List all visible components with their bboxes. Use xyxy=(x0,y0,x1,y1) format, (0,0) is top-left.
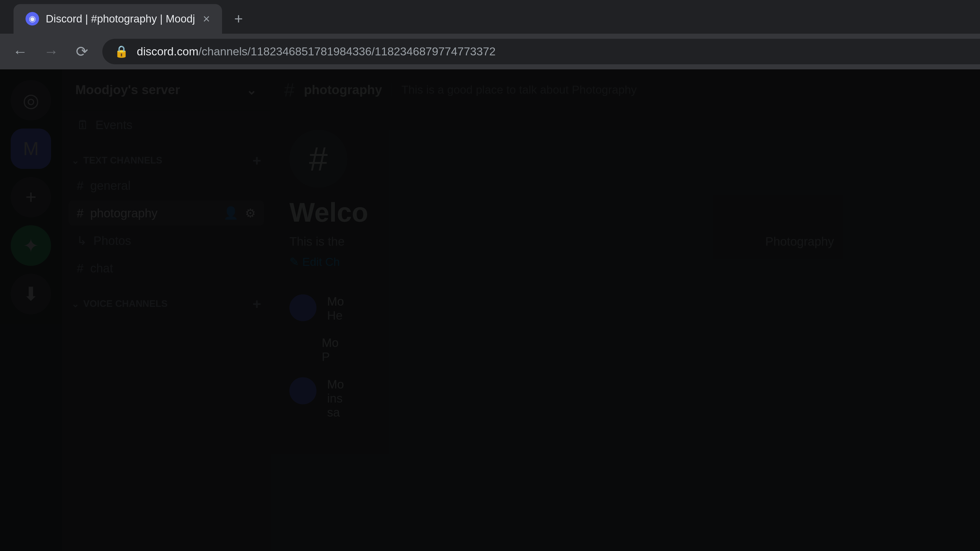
browser-tab[interactable]: ◉ Discord | #photography | Moodj × xyxy=(14,4,222,34)
url-host: discord.com xyxy=(137,45,199,58)
browser-chrome: ◉ Discord | #photography | Moodj × + ⌄ —… xyxy=(0,0,980,69)
discord-favicon-icon: ◉ xyxy=(25,12,39,25)
forward-icon[interactable]: → xyxy=(40,43,62,60)
tab-bar: ◉ Discord | #photography | Moodj × + ⌄ —… xyxy=(0,0,980,34)
modal-overlay[interactable]: Location Event Info Review What's your e… xyxy=(0,69,980,551)
reload-icon[interactable]: ⟳ xyxy=(72,43,93,60)
tab-close-icon[interactable]: × xyxy=(203,12,210,26)
url-path: /channels/1182346851781984336/1182346879… xyxy=(199,45,496,58)
lock-icon: 🔒 xyxy=(115,44,129,58)
back-icon[interactable]: ← xyxy=(10,43,31,60)
new-tab-button[interactable]: + xyxy=(234,10,243,27)
tab-title: Discord | #photography | Moodj xyxy=(46,13,195,25)
discord-app: ◎ M + ✦ ⬇ Moodjoy's server ⌄ 🗓 Events ⌄ … xyxy=(0,69,980,551)
nav-bar: ← → ⟳ 🔒 discord.com/channels/11823468517… xyxy=(0,34,980,69)
url-bar[interactable]: 🔒 discord.com/channels/11823468517819843… xyxy=(102,39,980,64)
